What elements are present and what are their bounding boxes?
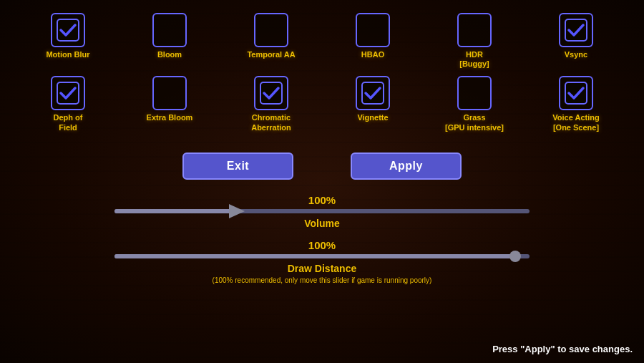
volume-slider-track-row	[114, 209, 530, 213]
volume-slider-thumb[interactable]	[229, 204, 245, 218]
bloom-label: Bloom	[157, 50, 182, 59]
volume-slider-fill	[114, 209, 239, 213]
checkbox-row-1: Motion Blur Bloom Temporal AA HBAO H	[21, 13, 623, 69]
checkbox-item-temporal-aa: Temporal AA	[225, 13, 318, 69]
checkbox-item-hbao: HBAO	[326, 13, 419, 69]
grass-checkbox[interactable]	[457, 76, 492, 110]
volume-slider-track[interactable]	[114, 209, 530, 213]
checkbox-item-motion-blur: Motion Blur	[21, 13, 114, 69]
vsync-checkbox[interactable]	[559, 13, 593, 47]
checkbox-item-vignette: Vignette	[326, 76, 419, 132]
exit-button[interactable]: Exit	[182, 153, 293, 180]
checkbox-item-chromatic-aberration: ChromaticAberration	[225, 76, 318, 132]
temporal-aa-label: Temporal AA	[247, 50, 295, 59]
draw-distance-slider-track[interactable]	[114, 254, 530, 258]
extra-bloom-checkbox[interactable]	[152, 76, 187, 110]
draw-distance-slider-thumb[interactable]	[509, 251, 521, 262]
draw-distance-slider-track-row	[114, 254, 530, 258]
checkboxes-grid: Motion Blur Bloom Temporal AA HBAO H	[0, 0, 644, 132]
volume-slider-group: 100% Volume	[114, 194, 530, 229]
hdr-checkbox[interactable]	[457, 13, 492, 47]
hbao-label: HBAO	[361, 50, 384, 59]
checkbox-item-bloom: Bloom	[123, 13, 216, 69]
motion-blur-checkbox[interactable]	[51, 13, 85, 47]
chromatic-aberration-label: ChromaticAberration	[251, 113, 291, 132]
apply-button[interactable]: Apply	[351, 153, 462, 180]
checkbox-item-extra-bloom: Extra Bloom	[123, 76, 216, 132]
checkbox-row-2: Deph ofField Extra Bloom ChromaticAberra	[21, 76, 623, 132]
voice-acting-label: Voice Acting[One Scene]	[552, 113, 599, 132]
checkbox-item-hdr: HDR[Buggy]	[428, 13, 521, 69]
volume-percent: 100%	[308, 194, 336, 206]
extra-bloom-label: Extra Bloom	[147, 113, 193, 122]
checkbox-item-deph-of-field: Deph ofField	[21, 76, 114, 132]
temporal-aa-checkbox[interactable]	[254, 13, 288, 47]
bloom-checkbox[interactable]	[152, 13, 187, 47]
voice-acting-checkbox[interactable]	[559, 76, 593, 110]
motion-blur-label: Motion Blur	[46, 50, 89, 59]
checkbox-item-vsync: Vsync	[530, 13, 623, 69]
apply-notice: Press "Apply" to save changes.	[492, 344, 633, 354]
vignette-label: Vignette	[357, 113, 388, 122]
draw-distance-label: Draw Distance	[288, 263, 356, 274]
vsync-label: Vsync	[565, 50, 587, 59]
buttons-row: Exit Apply	[0, 153, 644, 180]
draw-distance-sublabel: (100% recommended, only move this slider…	[213, 276, 432, 284]
checkbox-item-voice-acting: Voice Acting[One Scene]	[530, 76, 623, 132]
draw-distance-slider-group: 100% Draw Distance (100% recommended, on…	[114, 239, 530, 284]
checkbox-item-grass: Grass[GPU intensive]	[428, 76, 521, 132]
hdr-label: HDR[Buggy]	[459, 50, 489, 69]
draw-distance-slider-fill	[114, 254, 517, 258]
volume-label: Volume	[304, 218, 340, 229]
deph-of-field-checkbox[interactable]	[51, 76, 85, 110]
grass-label: Grass[GPU intensive]	[445, 113, 504, 132]
vignette-checkbox[interactable]	[356, 76, 390, 110]
draw-distance-percent: 100%	[308, 239, 336, 251]
sliders-section: 100% Volume 100% Draw Distance (100% rec…	[0, 194, 644, 284]
chromatic-aberration-checkbox[interactable]	[254, 76, 288, 110]
deph-of-field-label: Deph ofField	[54, 113, 83, 132]
hbao-checkbox[interactable]	[356, 13, 390, 47]
